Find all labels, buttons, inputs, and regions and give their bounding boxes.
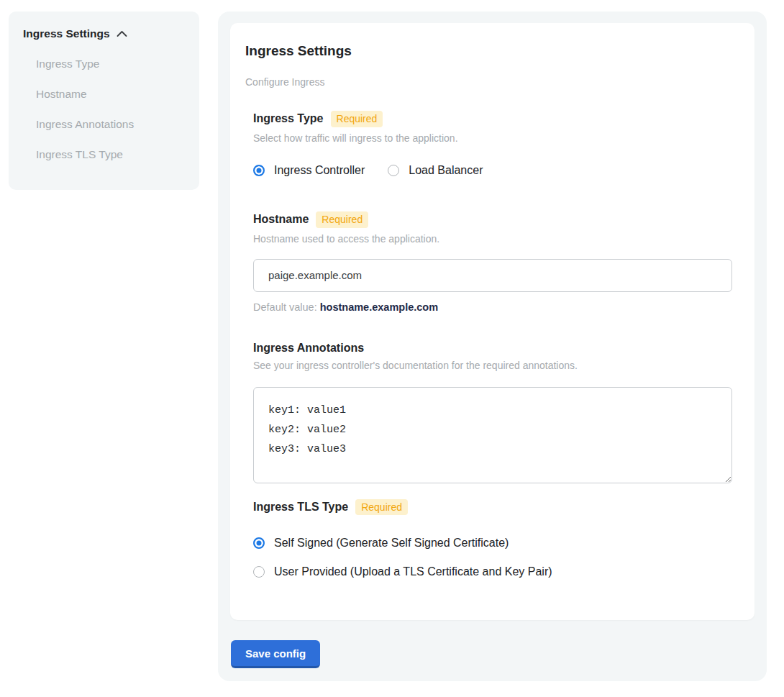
radio-label: User Provided (Upload a TLS Certificate … [274,565,552,578]
default-value-text: hostname.example.com [320,301,438,313]
field-label: Ingress Annotations [253,342,364,355]
section-hostname: Hostname Required Hostname used to acces… [253,211,732,313]
user-provided-radio[interactable] [253,566,265,578]
sidebar-item-ingress-annotations[interactable]: Ingress Annotations [36,109,185,140]
tls-type-radio-group: Self Signed (Generate Self Signed Certif… [253,537,732,578]
settings-panel: Ingress Settings Configure Ingress Ingre… [218,12,767,681]
chevron-up-icon [117,30,127,37]
settings-card: Ingress Settings Configure Ingress Ingre… [230,23,755,620]
save-config-button[interactable]: Save config [231,640,320,668]
load-balancer-radio[interactable] [388,165,399,176]
section-ingress-type: Ingress Type Required Select how traffic… [253,111,732,177]
sidebar-item-ingress-type[interactable]: Ingress Type [36,49,185,79]
sidebar-section-toggle[interactable]: Ingress Settings [23,27,185,40]
field-label-row: Ingress TLS Type Required [253,499,732,516]
radio-label: Self Signed (Generate Self Signed Certif… [274,537,509,550]
radio-option-user-provided[interactable]: User Provided (Upload a TLS Certificate … [253,565,732,578]
field-description: Hostname used to access the application. [253,233,732,245]
field-description: See your ingress controller's documentat… [253,360,732,371]
default-value-label: Default value: [253,301,317,313]
radio-option-self-signed[interactable]: Self Signed (Generate Self Signed Certif… [253,537,732,550]
default-value-hint: Default value: hostname.example.com [253,301,732,313]
ingress-controller-radio[interactable] [253,165,265,176]
field-label: Hostname [253,213,309,226]
field-label: Ingress TLS Type [253,501,348,514]
radio-option-ingress-controller[interactable]: Ingress Controller [253,164,365,177]
radio-label: Load Balancer [409,164,483,177]
annotations-textarea[interactable]: key1: value1 key2: value2 key3: value3 [253,387,732,483]
field-description: Select how traffic will ingress to the a… [253,132,732,144]
section-ingress-tls-type: Ingress TLS Type Required Self Signed (G… [253,499,732,579]
page-title: Ingress Settings [245,43,732,59]
sidebar: Ingress Settings Ingress Type Hostname I… [9,12,199,190]
section-ingress-annotations: Ingress Annotations See your ingress con… [253,342,732,483]
page: { "sidebar": { "title": "Ingress Setting… [0,0,784,697]
radio-label: Ingress Controller [274,164,365,177]
hostname-input[interactable] [253,259,732,292]
field-label-row: Ingress Type Required [253,111,732,127]
sidebar-item-ingress-tls-type[interactable]: Ingress TLS Type [36,140,185,170]
required-badge: Required [355,499,408,516]
ingress-type-radio-group: Ingress Controller Load Balancer [253,164,732,177]
page-subtitle: Configure Ingress [245,76,732,88]
field-label-row: Ingress Annotations [253,342,732,355]
sidebar-list: Ingress Type Hostname Ingress Annotation… [36,49,185,170]
sidebar-item-hostname[interactable]: Hostname [36,79,185,109]
radio-option-load-balancer[interactable]: Load Balancer [388,164,483,177]
sidebar-section-title: Ingress Settings [23,27,110,40]
required-badge: Required [316,211,368,228]
required-badge: Required [331,111,383,127]
field-label-row: Hostname Required [253,211,732,228]
self-signed-radio[interactable] [253,537,265,549]
field-label: Ingress Type [253,112,324,125]
